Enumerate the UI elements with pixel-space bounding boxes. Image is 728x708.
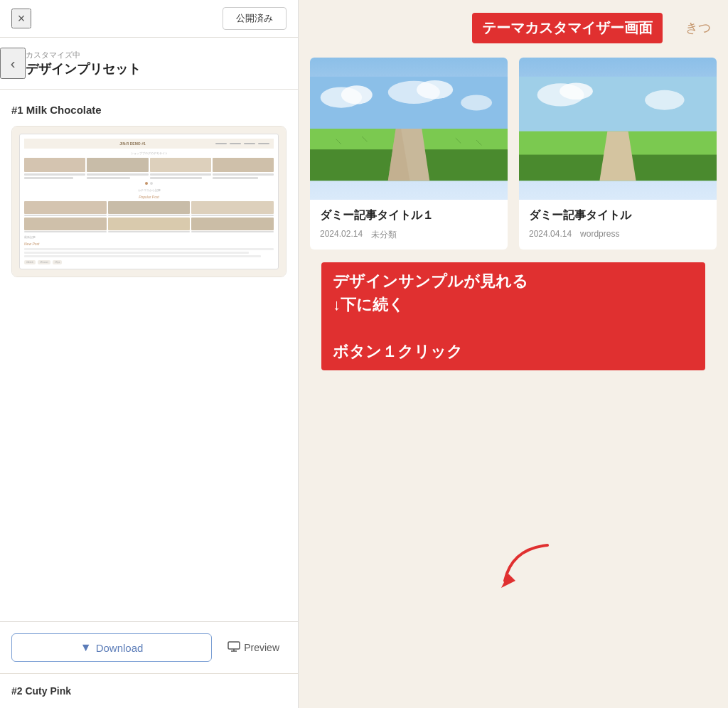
mini-logo: JIN:R DEMO #1: [119, 141, 145, 146]
article-card-1[interactable]: ダミー記事タイトル１ 2024.02.14 未分類: [310, 58, 508, 250]
annotation-line2: ↓下に続く: [333, 296, 405, 313]
download-label: Download: [96, 642, 144, 654]
annotation-line3: ボタン１クリック: [333, 343, 463, 360]
download-icon: ▼: [80, 641, 92, 654]
annotation-line1: デザインサンプルが見れる: [333, 272, 528, 290]
svg-point-8: [461, 95, 492, 110]
preset-thumbnail: JIN:R DEMO #1 ショップブログのデモサイト: [12, 127, 286, 277]
site-name-partial: きつ: [674, 19, 717, 36]
action-bar: ▼ Download Preview: [0, 621, 298, 673]
article2-date: 2024.04.14: [529, 229, 572, 239]
close-button[interactable]: ×: [11, 9, 31, 28]
svg-rect-0: [228, 642, 240, 649]
article1-category: 未分類: [371, 229, 397, 241]
mini-new-title: New Post: [24, 242, 274, 246]
nav-title-block: カスタマイズ中 デザインプリセット: [26, 50, 141, 77]
annotation-bottom-box: デザインサンプルが見れる ↓下に続く ボタン１クリック: [321, 262, 705, 370]
article-image-2: [519, 58, 717, 200]
preview-label: Preview: [244, 642, 279, 653]
preview-button[interactable]: Preview: [220, 635, 287, 660]
nav-subtitle: カスタマイズ中: [26, 50, 141, 60]
nav-title: デザインプリセット: [26, 60, 141, 77]
mini-new-sub: 最新記事: [24, 235, 274, 239]
mini-site-mockup: JIN:R DEMO #1 ショップブログのデモサイト: [19, 134, 279, 269]
left-panel: × 公開済み ‹ カスタマイズ中 デザインプリセット #1 Milk Choco…: [0, 0, 299, 708]
right-panel: テーマカスタマイザー画面 きつ: [299, 0, 728, 708]
top-bar: × 公開済み: [0, 0, 298, 38]
section1-title: #1 Milk Chocolate: [11, 104, 287, 116]
svg-point-21: [645, 90, 685, 110]
svg-point-20: [560, 83, 593, 100]
article-card-2[interactable]: ダミー記事タイトル 2024.04.14 wordpress: [519, 58, 717, 250]
article2-category: wordpress: [580, 229, 619, 239]
mini-popular-sub: カテゴリから記事: [24, 188, 274, 192]
preset-card-1: JIN:R DEMO #1 ショップブログのデモサイト: [11, 126, 287, 277]
annotation-arrow: [498, 542, 555, 594]
article-image-1: [310, 58, 508, 200]
mini-popular-title: Popular Post: [24, 195, 274, 199]
annotation-top-box: テーマカスタマイザー画面: [472, 13, 663, 43]
article1-meta: 2024.02.14 未分類: [320, 229, 498, 241]
monitor-icon: [228, 641, 240, 654]
published-button[interactable]: 公開済み: [223, 7, 287, 30]
article1-info: ダミー記事タイトル１ 2024.02.14 未分類: [310, 200, 508, 250]
article1-date: 2024.02.14: [320, 229, 363, 241]
article2-meta: 2024.04.14 wordpress: [529, 229, 707, 239]
article1-title: ダミー記事タイトル１: [320, 208, 498, 223]
svg-point-7: [417, 80, 453, 99]
download-button[interactable]: ▼ Download: [11, 633, 212, 662]
article2-title: ダミー記事タイトル: [529, 208, 707, 223]
article-grid: ダミー記事タイトル１ 2024.02.14 未分類: [299, 58, 728, 250]
nav-header: ‹ カスタマイズ中 デザインプリセット: [0, 38, 298, 90]
svg-point-5: [341, 85, 373, 104]
section2-title: #2 Cuty Pink: [0, 673, 298, 708]
back-button[interactable]: ‹: [0, 48, 26, 79]
article2-info: ダミー記事タイトル 2024.04.14 wordpress: [519, 200, 717, 247]
panel-scroll[interactable]: #1 Milk Chocolate JIN:R DEMO #1: [0, 90, 298, 621]
